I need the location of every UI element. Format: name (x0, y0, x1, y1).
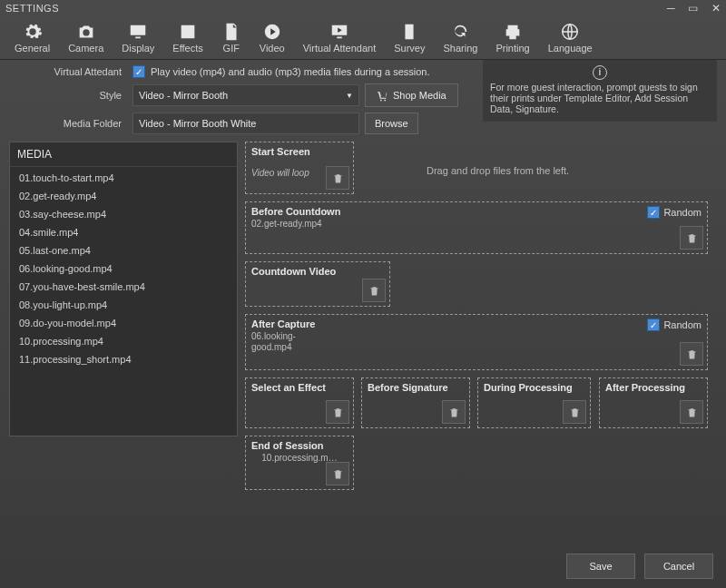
file-icon (221, 22, 241, 42)
trash-button[interactable] (680, 226, 703, 250)
media-folder-label: Media Folder (9, 118, 127, 129)
slot-select-effect[interactable]: Select an Effect (245, 377, 354, 428)
trash-button[interactable] (563, 400, 586, 424)
tab-printing[interactable]: Printing (486, 20, 538, 59)
slot-before-signature[interactable]: Before Signature (361, 377, 470, 428)
tab-camera[interactable]: Camera (59, 20, 113, 59)
virtual-attendant-desc: Play video (mp4) and audio (mp3) media f… (151, 66, 430, 77)
media-item[interactable]: 02.get-ready.mp4 (10, 187, 237, 205)
tab-effects[interactable]: Effects (163, 20, 211, 59)
gear-icon (23, 22, 43, 42)
slot-before-countdown[interactable]: Before Countdown 02.get-ready.mp4 ✓Rando… (245, 201, 708, 254)
tab-survey[interactable]: Survey (385, 20, 434, 59)
drop-area: Drag and drop files from the left. Start… (245, 142, 717, 436)
maximize-button[interactable]: ▭ (688, 2, 699, 15)
tab-general[interactable]: General (5, 20, 59, 59)
shop-media-button[interactable]: Shop Media (365, 83, 458, 107)
camera-icon (76, 22, 96, 42)
trash-button[interactable] (326, 166, 349, 190)
drop-hint: Drag and drop files from the left. (427, 165, 569, 176)
media-folder-input[interactable]: Video - Mirror Booth White (132, 113, 359, 134)
tabbar: General Camera Display Effects GIF Video… (0, 16, 726, 60)
tab-language[interactable]: Language (539, 20, 602, 59)
cancel-button[interactable]: Cancel (644, 554, 713, 579)
trash-button[interactable] (680, 400, 703, 424)
trash-button[interactable] (326, 400, 349, 424)
globe-icon (560, 22, 580, 42)
slot-countdown-video[interactable]: Countdown Video (245, 261, 390, 307)
monitor-play-icon (329, 22, 349, 42)
tab-sharing[interactable]: Sharing (435, 20, 487, 59)
slot-after-capture[interactable]: After Capture 06.looking-good.mp4 ✓Rando… (245, 314, 708, 370)
style-select[interactable]: Video - Mirror Booth ▼ (132, 84, 359, 106)
media-item[interactable]: 07.you-have-best-smile.mp4 (10, 278, 237, 296)
cart-icon (377, 90, 388, 102)
random-checkbox[interactable]: ✓Random (647, 206, 701, 219)
media-item[interactable]: 09.do-you-model.mp4 (10, 314, 237, 332)
slot-during-processing[interactable]: During Processing (477, 377, 591, 428)
media-item[interactable]: 01.touch-to-start.mp4 (10, 169, 237, 187)
media-header: MEDIA (10, 142, 237, 167)
media-panel: MEDIA 01.touch-to-start.mp4 02.get-ready… (9, 142, 238, 436)
media-item[interactable]: 04.smile.mp4 (10, 223, 237, 241)
monitor-icon (128, 22, 148, 42)
chevron-down-icon: ▼ (346, 92, 353, 100)
style-label: Style (9, 90, 127, 101)
minimize-button[interactable]: ─ (667, 2, 675, 15)
save-button[interactable]: Save (566, 554, 635, 579)
media-item[interactable]: 10.processing.mp4 (10, 332, 237, 350)
clipboard-icon (399, 22, 419, 42)
printer-icon (503, 22, 523, 42)
tab-virtual-attendant[interactable]: Virtual Attendant (294, 20, 386, 59)
media-item[interactable]: 11.processing_short.mp4 (10, 350, 237, 368)
tab-gif[interactable]: GIF (212, 20, 250, 59)
trash-button[interactable] (680, 342, 703, 366)
slot-end-session[interactable]: End of Session 10.processing.m… (245, 436, 354, 490)
sync-icon (450, 22, 470, 42)
trash-button[interactable] (362, 279, 386, 302)
info-icon: i (593, 65, 607, 80)
random-checkbox[interactable]: ✓Random (647, 318, 701, 331)
media-item[interactable]: 06.looking-good.mp4 (10, 260, 237, 278)
tab-display[interactable]: Display (113, 20, 163, 59)
info-box: i For more guest interaction, prompt gue… (483, 60, 717, 122)
media-item[interactable]: 03.say-cheese.mp4 (10, 205, 237, 223)
slot-start-screen[interactable]: Start Screen Video will loop (245, 142, 354, 194)
titlebar: SETTINGS ─ ▭ ✕ (0, 0, 726, 16)
browse-button[interactable]: Browse (365, 113, 418, 134)
trash-button[interactable] (442, 400, 466, 424)
play-circle-icon (262, 22, 282, 42)
sparkle-icon (178, 22, 198, 42)
media-item[interactable]: 05.last-one.mp4 (10, 241, 237, 260)
window-title: SETTINGS (5, 3, 59, 14)
media-list: 01.touch-to-start.mp4 02.get-ready.mp4 0… (10, 167, 237, 436)
slot-after-processing[interactable]: After Processing (599, 377, 708, 428)
trash-button[interactable] (326, 462, 349, 485)
tab-video[interactable]: Video (250, 20, 294, 59)
virtual-attendant-checkbox[interactable]: ✓ (132, 65, 145, 78)
media-item[interactable]: 08.you-light-up.mp4 (10, 296, 237, 314)
virtual-attendant-label: Virtual Attedant (9, 66, 127, 77)
close-button[interactable]: ✕ (711, 2, 721, 15)
